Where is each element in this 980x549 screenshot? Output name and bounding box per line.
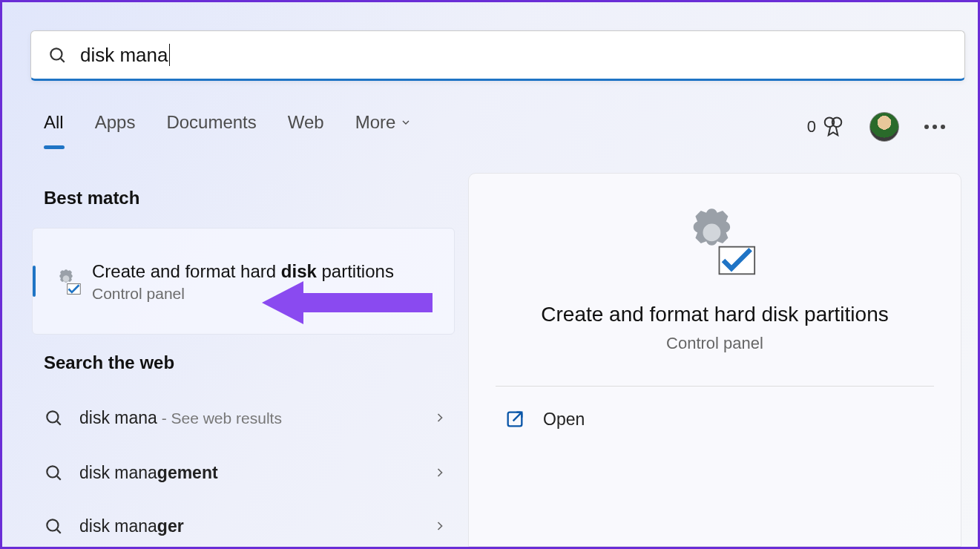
svg-line-12 (57, 530, 61, 533)
svg-line-8 (57, 421, 61, 425)
open-external-icon (504, 409, 525, 430)
best-match-result[interactable]: Create and format hard disk partitions C… (32, 228, 455, 335)
tab-apps[interactable]: Apps (95, 112, 136, 142)
tab-documents[interactable]: Documents (166, 112, 256, 142)
web-result-3-label: disk manager (79, 516, 433, 536)
rewards-count: 0 (807, 117, 816, 137)
medal-icon (822, 116, 844, 138)
open-label: Open (543, 410, 585, 430)
web-result-2[interactable]: disk management (44, 449, 455, 496)
svg-point-13 (703, 224, 720, 242)
svg-point-4 (63, 275, 70, 282)
user-avatar[interactable] (869, 112, 899, 142)
control-panel-icon (50, 266, 82, 297)
svg-line-10 (57, 476, 61, 480)
best-match-heading: Best match (44, 188, 139, 208)
web-result-1-label: disk mana - See web results (79, 408, 433, 428)
chevron-right-icon (433, 410, 447, 425)
tab-more[interactable]: More (355, 112, 412, 142)
filter-row: All Apps Documents Web More 0 (44, 112, 945, 142)
tab-more-label: More (355, 112, 396, 133)
chevron-right-icon (433, 465, 447, 480)
search-icon (44, 408, 63, 427)
search-box[interactable]: disk mana (30, 30, 965, 81)
more-options-button[interactable] (924, 125, 945, 129)
web-result-2-label: disk management (79, 463, 433, 483)
preview-subtitle: Control panel (496, 334, 934, 353)
preview-title: Create and format hard disk partitions (496, 303, 934, 326)
tab-web[interactable]: Web (288, 112, 324, 142)
web-result-1[interactable]: disk mana - See web results (44, 394, 455, 441)
search-icon (44, 516, 63, 536)
chevron-right-icon (433, 519, 447, 533)
divider (496, 386, 934, 387)
best-match-subtitle: Control panel (92, 285, 444, 303)
best-match-title: Create and format hard disk partitions (92, 260, 444, 283)
svg-point-11 (47, 519, 58, 530)
open-action[interactable]: Open (496, 409, 934, 430)
search-icon (44, 463, 63, 482)
preview-panel: Create and format hard disk partitions C… (468, 173, 961, 547)
best-match-text: Create and format hard disk partitions C… (92, 260, 444, 303)
tab-all[interactable]: All (44, 112, 64, 142)
chevron-down-icon (400, 116, 412, 128)
svg-point-9 (47, 466, 58, 477)
search-web-heading: Search the web (44, 352, 174, 373)
web-result-3[interactable]: disk manager (44, 502, 455, 549)
control-panel-icon (674, 203, 756, 285)
svg-point-7 (47, 411, 58, 422)
rewards-badge[interactable]: 0 (807, 116, 844, 138)
